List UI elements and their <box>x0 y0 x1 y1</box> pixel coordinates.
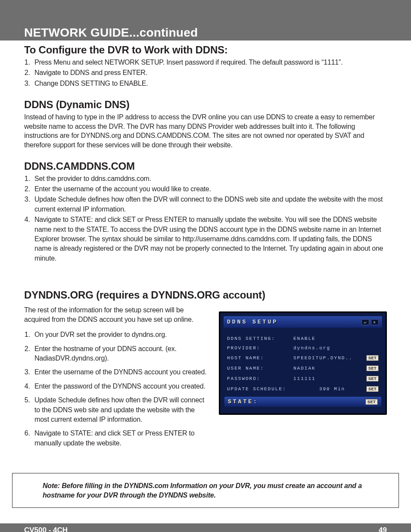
dvr-state-row: STATE: SET <box>224 397 381 407</box>
heading-configure: To Configure the DVR to Work with DDNS: <box>24 44 387 56</box>
dvr-row-update: UPDATE SCHEDULE: 390 Min SET <box>224 384 382 394</box>
dvr-value: ENABLE <box>293 336 379 341</box>
list-item: Enter the username of the DYNDNS account… <box>32 367 210 377</box>
heading-dyndns: DYNDNS.ORG (requires a DYNDNS.ORG accoun… <box>24 289 387 301</box>
dvr-label: UPDATE SCHEDULE: <box>227 386 298 392</box>
set-button[interactable]: SET <box>365 399 378 405</box>
dvr-row-host: HOST NAME: SPEEDITUP.DYND.. SET <box>224 353 382 363</box>
dvr-row-password: PASSWORD: 111111 SET <box>224 373 382 384</box>
footer-page-number: 49 <box>379 526 387 532</box>
document-page: NETWORK GUIDE...continued To Configure t… <box>0 0 411 532</box>
dvr-label: USER NAME: <box>227 366 292 371</box>
list-item: Enter the username of the account you wo… <box>32 184 387 194</box>
note-text: Note: Before filling in the DYNDNS.com I… <box>43 481 381 500</box>
dvr-value: 111111 <box>293 376 364 381</box>
heading-camddns: DDNS.CAMDDNS.COM <box>24 160 387 172</box>
list-item: Change DDNS SETTING to ENABLE. <box>32 79 387 88</box>
dvr-label: DDNS SETTING: <box>227 336 292 341</box>
list-item: Enter the hostname of your DDNS account.… <box>32 344 210 364</box>
list-item: Enter the password of the DYNDNS account… <box>32 382 210 391</box>
list-item: Press Menu and select NETWORK SETUP. Ins… <box>32 58 387 67</box>
page-footer: CV500 - 4CH 49 <box>0 523 411 532</box>
close-icon[interactable]: ✕ <box>371 319 379 325</box>
list-item: Set the provider to ddns.camddns.com. <box>32 174 387 184</box>
content-area: To Configure the DVR to Work with DDNS: … <box>0 40 411 523</box>
list-item: Update Schedule defines how often the DV… <box>32 395 210 424</box>
set-button[interactable]: SET <box>366 355 379 361</box>
dvr-value: NADIAK <box>293 366 364 371</box>
set-button[interactable]: SET <box>366 376 379 382</box>
list-item: Navigate to STATE: and click SET or Pres… <box>32 215 387 263</box>
camddns-steps-list: Set the provider to ddns.camddns.com. En… <box>24 174 387 264</box>
list-item: On your DVR set the provider to dyndns.o… <box>32 330 210 339</box>
dvr-title: DDNS SETUP <box>227 319 278 325</box>
dyndns-steps-list: On your DVR set the provider to dyndns.o… <box>24 330 210 448</box>
ddns-paragraph: Instead of having to type in the IP addr… <box>24 112 387 149</box>
heading-ddns: DDNS (Dynamic DNS) <box>24 99 387 111</box>
list-item: Update Schedule defines how often the DV… <box>32 195 387 214</box>
dvr-state-label: STATE: <box>228 398 258 405</box>
dvr-row-user: USER NAME: NADIAK SET <box>224 363 382 373</box>
enter-icon[interactable]: ↵ <box>361 319 369 325</box>
configure-steps-list: Press Menu and select NETWORK SETUP. Ins… <box>24 58 387 88</box>
dvr-titlebar: DDNS SETUP ↵ ✕ <box>224 316 382 328</box>
dvr-label: PASSWORD: <box>227 376 292 381</box>
dvr-value: dyndns.org <box>293 345 379 351</box>
dyndns-left-column: The rest of the information for the setu… <box>24 304 210 452</box>
footer-model: CV500 - 4CH <box>24 526 68 532</box>
set-button[interactable]: SET <box>366 365 379 371</box>
dvr-screenshot: DDNS SETUP ↵ ✕ DDNS SETTING: ENABLE PROV… <box>219 304 387 415</box>
set-button[interactable]: SET <box>366 386 379 392</box>
dvr-value: SPEEDITUP.DYND.. <box>293 355 364 361</box>
dvr-label: PROVIDER: <box>227 345 292 351</box>
list-item: Navigate to DDNS and press ENTER. <box>32 68 387 78</box>
dvr-row-provider: PROVIDER: dyndns.org <box>224 343 382 353</box>
dvr-row-setting: DDNS SETTING: ENABLE <box>224 334 382 343</box>
dvr-label: HOST NAME: <box>227 355 292 361</box>
note-box: Note: Before filling in the DYNDNS.com I… <box>12 473 399 508</box>
dyndns-paragraph: The rest of the information for the setu… <box>24 305 210 324</box>
list-item: Navigate to STATE: and click SET or Pres… <box>32 429 210 448</box>
dvr-value: 390 Min <box>300 386 364 392</box>
section-title: NETWORK GUIDE...continued <box>0 26 411 40</box>
